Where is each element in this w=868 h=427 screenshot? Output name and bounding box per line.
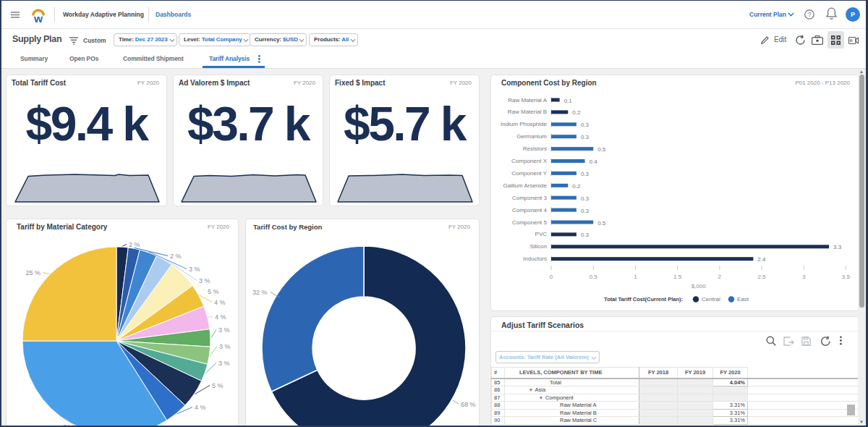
svg-text:0.3: 0.3 [581, 171, 590, 177]
svg-text:4 %: 4 % [215, 313, 226, 321]
svg-text:3 %: 3 % [218, 326, 230, 334]
svg-text:3 %: 3 % [199, 277, 210, 284]
svg-text:2.5: 2.5 [757, 274, 766, 280]
svg-text:4 %: 4 % [214, 299, 226, 306]
svg-text:1.5: 1.5 [673, 274, 682, 280]
svg-text:Component X: Component X [511, 158, 548, 164]
svg-text:Resistors: Resistors [523, 145, 547, 152]
svg-text:32 %: 32 % [252, 289, 268, 296]
svg-text:0.3: 0.3 [581, 232, 590, 238]
svg-text:3 %: 3 % [218, 360, 230, 367]
svg-text:3.3: 3.3 [833, 244, 842, 250]
svg-text:1: 1 [634, 274, 637, 280]
svg-text:Component 4: Component 4 [512, 207, 548, 214]
svg-text:0.3: 0.3 [581, 122, 590, 128]
svg-text:East: East [737, 296, 749, 303]
svg-text:5 %: 5 % [208, 288, 219, 295]
svg-text:Germanium: Germanium [516, 133, 547, 140]
svg-text:68 %: 68 % [461, 401, 476, 408]
svg-text:25 %: 25 % [25, 269, 41, 276]
svg-text:0.1: 0.1 [564, 98, 573, 104]
svg-text:Component 3: Component 3 [512, 195, 548, 201]
svg-text:0.5: 0.5 [597, 146, 606, 153]
svg-text:w: w [33, 12, 43, 23]
svg-text:0.5: 0.5 [590, 274, 598, 280]
svg-text:Central: Central [702, 296, 720, 303]
svg-text:3: 3 [802, 274, 806, 280]
svg-text:?: ? [808, 11, 812, 18]
svg-text:3.5: 3.5 [842, 274, 851, 280]
svg-text:Total Tariff Cost(Current Plan: Total Tariff Cost(Current Plan): [604, 296, 683, 303]
svg-text:Raw Material A: Raw Material A [508, 97, 547, 103]
svg-text:$,000: $,000 [692, 283, 707, 289]
svg-text:2 %: 2 % [129, 241, 140, 248]
svg-text:0.5: 0.5 [597, 220, 606, 227]
svg-text:2 %: 2 % [170, 253, 182, 260]
svg-text:Indium Phosphide: Indium Phosphide [501, 121, 548, 127]
svg-text:0.2: 0.2 [572, 109, 581, 116]
svg-text:0.2: 0.2 [572, 183, 581, 190]
svg-text:0.4: 0.4 [590, 158, 598, 165]
svg-text:2: 2 [718, 274, 722, 280]
svg-text:Component 5: Component 5 [512, 219, 548, 226]
svg-text:Silicon: Silicon [529, 243, 547, 250]
svg-text:Inductors: Inductors [523, 255, 547, 262]
svg-text:4 %: 4 % [195, 404, 206, 411]
svg-text:2.4: 2.4 [757, 256, 766, 263]
svg-text:0.3: 0.3 [581, 134, 590, 140]
svg-text:0.3: 0.3 [581, 195, 590, 202]
svg-text:Raw Material B: Raw Material B [508, 109, 547, 115]
svg-text:5 %: 5 % [212, 382, 224, 389]
svg-text:Component Y: Component Y [511, 170, 547, 177]
svg-text:Gallium Arsenide: Gallium Arsenide [503, 182, 548, 189]
svg-text:0: 0 [550, 274, 553, 280]
svg-text:3 %: 3 % [189, 266, 200, 273]
svg-text:3 %: 3 % [219, 343, 231, 350]
svg-text:0.3: 0.3 [581, 208, 590, 214]
svg-text:PVC: PVC [535, 231, 548, 237]
